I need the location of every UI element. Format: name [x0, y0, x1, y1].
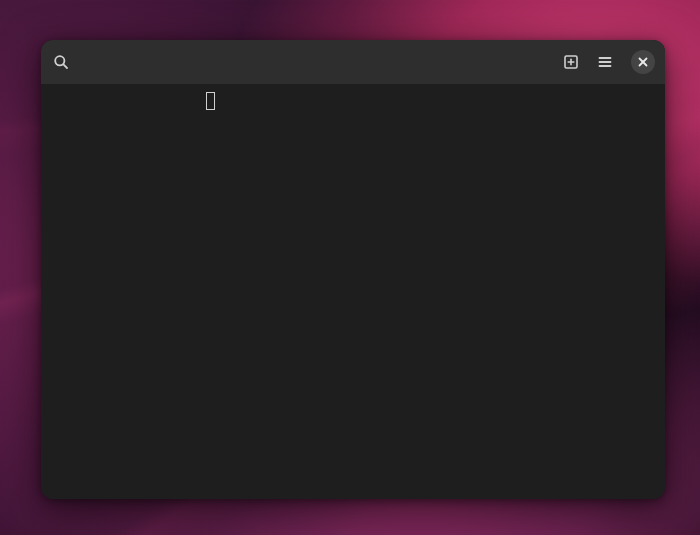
terminal-window [41, 40, 665, 499]
hamburger-menu-icon [597, 54, 613, 70]
terminal-prompt-line [49, 89, 657, 110]
search-button[interactable] [47, 48, 75, 76]
new-tab-icon [563, 54, 579, 70]
new-tab-button[interactable] [557, 48, 585, 76]
svg-line-1 [63, 64, 67, 68]
close-icon [637, 56, 649, 68]
menu-button[interactable] [591, 48, 619, 76]
terminal-cursor [206, 92, 215, 110]
search-icon [53, 54, 69, 70]
window-titlebar[interactable] [41, 40, 665, 84]
close-button[interactable] [631, 50, 655, 74]
terminal-viewport[interactable] [41, 84, 665, 499]
